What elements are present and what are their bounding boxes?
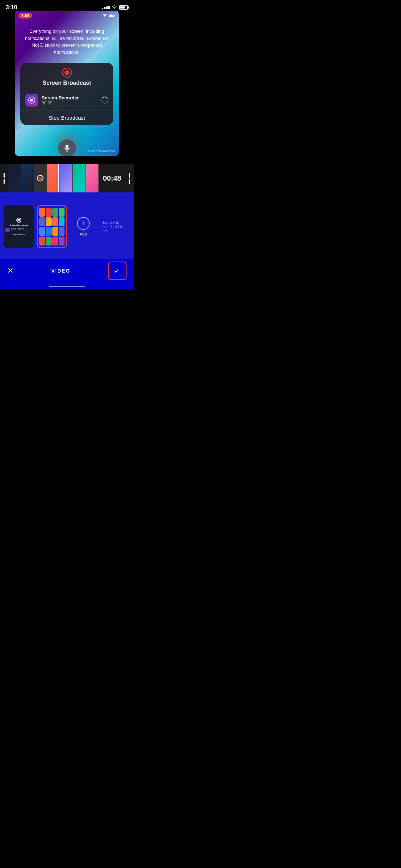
app-timer: 00:09 [42, 100, 98, 105]
add-icon: + [77, 217, 90, 230]
tiles-area: Screen Broadcast Screen Recorder ✓ Stop … [0, 192, 134, 259]
broadcast-title: Screen Broadcast [26, 80, 108, 86]
loading-spinner [101, 97, 108, 104]
ios-screen: 3:04 Everything on your screen, includin… [15, 11, 119, 156]
tl-frame-6 [73, 164, 86, 192]
svg-rect-2 [114, 15, 115, 16]
app-name: Screen Recorder [42, 95, 98, 100]
wifi-icon [112, 5, 117, 10]
tl-frame-5 [60, 164, 73, 192]
tl-frame-3 [34, 164, 47, 192]
battery-icon [119, 5, 128, 10]
bottom-bar: ✕ VIDEO ✓ [0, 259, 134, 289]
warning-text: Everything on your screen, including not… [15, 21, 119, 59]
add-tile[interactable]: + Add [70, 205, 97, 248]
tl-frame-1 [8, 164, 21, 192]
screen-recorder-watermark: © Screen Recorder [88, 149, 115, 153]
stop-broadcast-button[interactable]: Stop Broadcast [20, 110, 113, 125]
tiles-row: Screen Broadcast Screen Recorder ✓ Stop … [0, 192, 134, 259]
video-label: VIDEO [51, 268, 71, 274]
timeline-track[interactable] [8, 164, 99, 192]
timeline-pause-left[interactable] [0, 173, 8, 184]
tl-pause-bar-1 [4, 173, 5, 178]
app-icon [25, 94, 38, 107]
status-time: 3:10 [6, 4, 17, 11]
confirm-button[interactable]: ✓ [108, 262, 127, 280]
tl-timecode: 00:48 [99, 174, 125, 182]
timeline-pause-right[interactable] [125, 173, 134, 184]
signal-icon [102, 6, 110, 9]
tile-1[interactable]: Screen Broadcast Screen Recorder ✓ Stop … [4, 205, 34, 248]
tl-pause-bar-3 [129, 173, 130, 178]
tl-frames [8, 164, 99, 192]
app-info: Screen Recorder 00:09 [42, 95, 98, 105]
svg-rect-1 [109, 15, 113, 16]
ios-status-right [102, 14, 115, 18]
home-indicator [49, 286, 85, 287]
app-grid [38, 206, 66, 247]
tile-2-selected[interactable] [37, 205, 67, 248]
tl-playhead [58, 164, 59, 192]
mic-icon [63, 144, 71, 152]
hint-text: Tap tile to edit. Hold to rec [99, 220, 130, 233]
record-icon [62, 68, 72, 78]
status-icons [102, 5, 128, 10]
timeline-area[interactable]: 00:48 [0, 164, 134, 192]
ios-wifi-icon [102, 14, 107, 18]
tl-pause-bar-4 [129, 179, 130, 184]
ios-battery-icon [109, 14, 115, 18]
ios-inner-status: 3:04 [15, 11, 119, 21]
ios-recording-time: 3:04 [19, 13, 32, 19]
tl-frame-7 [86, 164, 99, 192]
status-bar: 3:10 [0, 0, 134, 12]
broadcast-card: Screen Broadcast Screen Recorder 00:09 S… [20, 63, 113, 125]
add-label: Add [80, 232, 87, 236]
mic-button[interactable] [58, 139, 76, 156]
broadcast-card-header: Screen Broadcast [20, 63, 113, 90]
tl-frame-2 [21, 164, 34, 192]
close-button[interactable]: ✕ [7, 266, 14, 275]
broadcast-app-row: Screen Recorder 00:09 [20, 90, 113, 110]
tl-pause-bar-2 [4, 179, 5, 184]
